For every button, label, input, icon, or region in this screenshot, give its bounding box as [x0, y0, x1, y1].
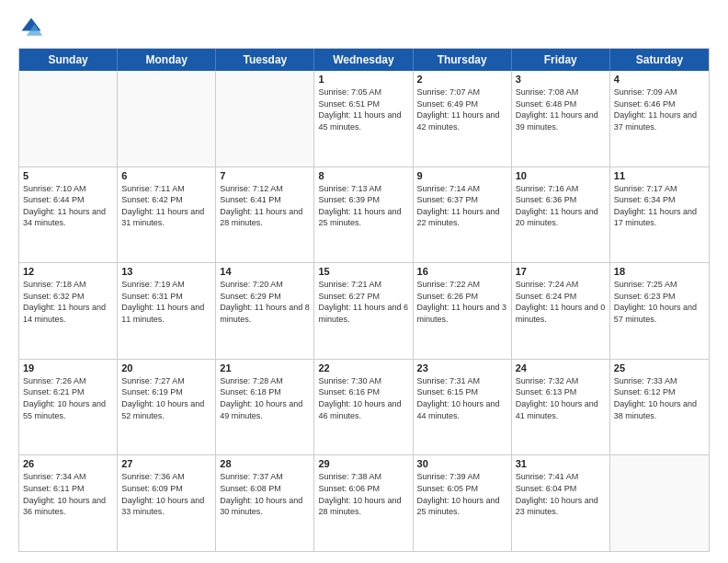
header-day-thursday: Thursday [414, 49, 512, 71]
calendar-day-31: 31Sunrise: 7:41 AM Sunset: 6:04 PM Dayli… [512, 455, 610, 551]
sun-info: Sunrise: 7:41 AM Sunset: 6:04 PM Dayligh… [516, 471, 606, 517]
day-number: 1 [318, 74, 408, 85]
calendar-week-1: 1Sunrise: 7:05 AM Sunset: 6:51 PM Daylig… [19, 71, 709, 167]
calendar-week-5: 26Sunrise: 7:34 AM Sunset: 6:11 PM Dayli… [19, 454, 709, 551]
calendar-day-20: 20Sunrise: 7:27 AM Sunset: 6:19 PM Dayli… [118, 360, 216, 455]
sun-info: Sunrise: 7:12 AM Sunset: 6:41 PM Dayligh… [220, 183, 310, 229]
day-number: 9 [417, 170, 507, 181]
calendar-day-21: 21Sunrise: 7:28 AM Sunset: 6:18 PM Dayli… [216, 360, 314, 455]
header-day-saturday: Saturday [610, 49, 709, 71]
calendar-day-29: 29Sunrise: 7:38 AM Sunset: 6:06 PM Dayli… [314, 455, 413, 551]
sun-info: Sunrise: 7:36 AM Sunset: 6:09 PM Dayligh… [121, 471, 211, 517]
day-number: 4 [614, 74, 705, 85]
sun-info: Sunrise: 7:25 AM Sunset: 6:23 PM Dayligh… [614, 279, 705, 325]
day-number: 8 [318, 170, 408, 181]
calendar-day-18: 18Sunrise: 7:25 AM Sunset: 6:23 PM Dayli… [610, 263, 709, 359]
sun-info: Sunrise: 7:26 AM Sunset: 6:21 PM Dayligh… [23, 375, 113, 421]
calendar-day-16: 16Sunrise: 7:22 AM Sunset: 6:26 PM Dayli… [414, 263, 512, 359]
sun-info: Sunrise: 7:07 AM Sunset: 6:49 PM Dayligh… [417, 86, 507, 132]
sun-info: Sunrise: 7:38 AM Sunset: 6:06 PM Dayligh… [318, 471, 408, 517]
sun-info: Sunrise: 7:24 AM Sunset: 6:24 PM Dayligh… [516, 279, 606, 325]
sun-info: Sunrise: 7:13 AM Sunset: 6:39 PM Dayligh… [318, 183, 408, 229]
day-number: 3 [516, 74, 606, 85]
calendar-week-4: 19Sunrise: 7:26 AM Sunset: 6:21 PM Dayli… [19, 359, 709, 455]
sun-info: Sunrise: 7:16 AM Sunset: 6:36 PM Dayligh… [516, 183, 606, 229]
calendar-day-4: 4Sunrise: 7:09 AM Sunset: 6:46 PM Daylig… [610, 71, 709, 167]
sun-info: Sunrise: 7:37 AM Sunset: 6:08 PM Dayligh… [220, 471, 310, 517]
calendar-day-30: 30Sunrise: 7:39 AM Sunset: 6:05 PM Dayli… [414, 455, 512, 551]
day-number: 17 [516, 266, 606, 277]
calendar-day-12: 12Sunrise: 7:18 AM Sunset: 6:32 PM Dayli… [19, 263, 118, 359]
logo-icon [18, 15, 44, 40]
calendar-empty-cell [610, 455, 709, 551]
sun-info: Sunrise: 7:34 AM Sunset: 6:11 PM Dayligh… [23, 471, 113, 517]
calendar-day-22: 22Sunrise: 7:30 AM Sunset: 6:16 PM Dayli… [314, 360, 413, 455]
day-number: 26 [23, 458, 113, 469]
calendar-day-5: 5Sunrise: 7:10 AM Sunset: 6:44 PM Daylig… [19, 167, 118, 263]
day-number: 19 [23, 362, 113, 373]
calendar: SundayMondayTuesdayWednesdayThursdayFrid… [18, 48, 710, 552]
day-number: 30 [417, 458, 507, 469]
calendar-day-14: 14Sunrise: 7:20 AM Sunset: 6:29 PM Dayli… [216, 263, 314, 359]
calendar-header-row: SundayMondayTuesdayWednesdayThursdayFrid… [19, 49, 709, 71]
sun-info: Sunrise: 7:08 AM Sunset: 6:48 PM Dayligh… [516, 86, 606, 132]
calendar-week-3: 12Sunrise: 7:18 AM Sunset: 6:32 PM Dayli… [19, 262, 709, 359]
sun-info: Sunrise: 7:18 AM Sunset: 6:32 PM Dayligh… [23, 279, 113, 325]
day-number: 5 [23, 170, 113, 181]
day-number: 18 [614, 266, 705, 277]
calendar-day-2: 2Sunrise: 7:07 AM Sunset: 6:49 PM Daylig… [414, 71, 512, 167]
day-number: 29 [318, 458, 408, 469]
day-number: 7 [220, 170, 310, 181]
sun-info: Sunrise: 7:09 AM Sunset: 6:46 PM Dayligh… [614, 86, 705, 132]
calendar-day-17: 17Sunrise: 7:24 AM Sunset: 6:24 PM Dayli… [512, 263, 610, 359]
calendar-day-10: 10Sunrise: 7:16 AM Sunset: 6:36 PM Dayli… [512, 167, 610, 263]
day-number: 15 [318, 266, 408, 277]
calendar-day-19: 19Sunrise: 7:26 AM Sunset: 6:21 PM Dayli… [19, 360, 118, 455]
calendar-empty-cell [118, 71, 216, 167]
calendar-empty-cell [216, 71, 314, 167]
calendar-day-11: 11Sunrise: 7:17 AM Sunset: 6:34 PM Dayli… [610, 167, 709, 263]
day-number: 11 [614, 170, 705, 181]
sun-info: Sunrise: 7:20 AM Sunset: 6:29 PM Dayligh… [220, 279, 310, 325]
calendar-day-28: 28Sunrise: 7:37 AM Sunset: 6:08 PM Dayli… [216, 455, 314, 551]
day-number: 28 [220, 458, 310, 469]
sun-info: Sunrise: 7:39 AM Sunset: 6:05 PM Dayligh… [417, 471, 507, 517]
sun-info: Sunrise: 7:32 AM Sunset: 6:13 PM Dayligh… [516, 375, 606, 421]
day-number: 24 [516, 362, 606, 373]
day-number: 6 [121, 170, 211, 181]
day-number: 22 [318, 362, 408, 373]
header-day-monday: Monday [118, 49, 216, 71]
day-number: 25 [614, 362, 705, 373]
sun-info: Sunrise: 7:05 AM Sunset: 6:51 PM Dayligh… [318, 86, 408, 132]
day-number: 21 [220, 362, 310, 373]
sun-info: Sunrise: 7:28 AM Sunset: 6:18 PM Dayligh… [220, 375, 310, 421]
day-number: 16 [417, 266, 507, 277]
day-number: 2 [417, 74, 507, 85]
day-number: 13 [121, 266, 211, 277]
sun-info: Sunrise: 7:31 AM Sunset: 6:15 PM Dayligh… [417, 375, 507, 421]
calendar-week-2: 5Sunrise: 7:10 AM Sunset: 6:44 PM Daylig… [19, 167, 709, 263]
header-day-sunday: Sunday [19, 49, 118, 71]
day-number: 10 [516, 170, 606, 181]
calendar-day-26: 26Sunrise: 7:34 AM Sunset: 6:11 PM Dayli… [19, 455, 118, 551]
day-number: 23 [417, 362, 507, 373]
calendar-day-3: 3Sunrise: 7:08 AM Sunset: 6:48 PM Daylig… [512, 71, 610, 167]
calendar-day-9: 9Sunrise: 7:14 AM Sunset: 6:37 PM Daylig… [414, 167, 512, 263]
header [18, 15, 710, 40]
calendar-day-25: 25Sunrise: 7:33 AM Sunset: 6:12 PM Dayli… [610, 360, 709, 455]
header-day-tuesday: Tuesday [216, 49, 314, 71]
calendar-day-6: 6Sunrise: 7:11 AM Sunset: 6:42 PM Daylig… [118, 167, 216, 263]
calendar-day-1: 1Sunrise: 7:05 AM Sunset: 6:51 PM Daylig… [314, 71, 413, 167]
calendar-empty-cell [19, 71, 118, 167]
calendar-day-23: 23Sunrise: 7:31 AM Sunset: 6:15 PM Dayli… [414, 360, 512, 455]
calendar-day-15: 15Sunrise: 7:21 AM Sunset: 6:27 PM Dayli… [314, 263, 413, 359]
calendar-day-24: 24Sunrise: 7:32 AM Sunset: 6:13 PM Dayli… [512, 360, 610, 455]
sun-info: Sunrise: 7:27 AM Sunset: 6:19 PM Dayligh… [121, 375, 211, 421]
day-number: 20 [121, 362, 211, 373]
day-number: 27 [121, 458, 211, 469]
calendar-body: 1Sunrise: 7:05 AM Sunset: 6:51 PM Daylig… [19, 71, 709, 551]
page: SundayMondayTuesdayWednesdayThursdayFrid… [0, 0, 728, 563]
day-number: 31 [516, 458, 606, 469]
sun-info: Sunrise: 7:17 AM Sunset: 6:34 PM Dayligh… [614, 183, 705, 229]
sun-info: Sunrise: 7:11 AM Sunset: 6:42 PM Dayligh… [121, 183, 211, 229]
